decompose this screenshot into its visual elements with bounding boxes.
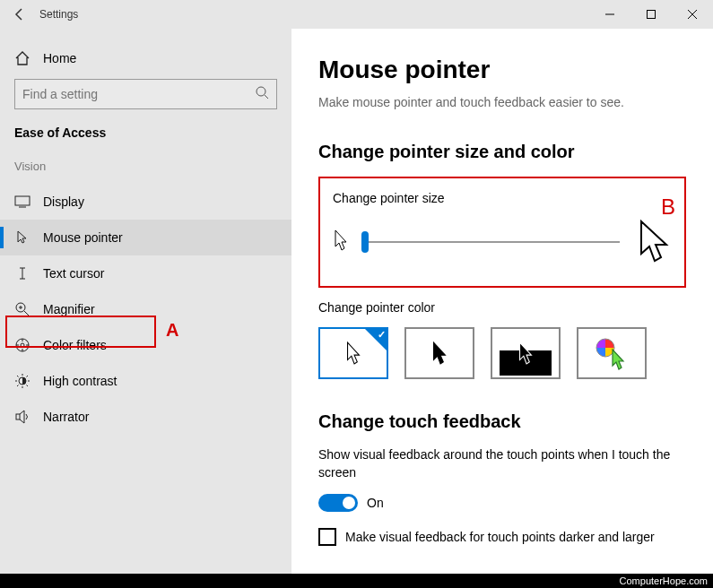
- svg-line-26: [17, 376, 19, 377]
- svg-rect-30: [16, 414, 20, 419]
- mouse-pointer-icon: [14, 229, 30, 246]
- nav-color-filters[interactable]: Color filters: [0, 327, 291, 363]
- nav-label: Display: [43, 195, 84, 209]
- svg-point-16: [21, 343, 24, 347]
- nav-label: Color filters: [43, 338, 107, 352]
- nav-label: Narrator: [43, 410, 89, 424]
- close-button[interactable]: [672, 0, 713, 29]
- svg-rect-6: [15, 196, 30, 205]
- svg-line-28: [17, 385, 19, 387]
- nav-label: Text cursor: [43, 266, 104, 281]
- footer-attribution: ComputerHope.com: [0, 574, 713, 588]
- nav-label: Mouse pointer: [43, 230, 123, 245]
- pointer-color-white[interactable]: [318, 327, 388, 379]
- sidebar: Home Ease of Access Vision Display Mouse…: [0, 29, 291, 574]
- nav-magnifier[interactable]: Magnifier: [0, 291, 291, 327]
- pointer-color-black[interactable]: [404, 327, 474, 379]
- search-icon: [255, 85, 269, 103]
- nav-text-cursor[interactable]: Text cursor: [0, 255, 291, 291]
- nav-mouse-pointer[interactable]: Mouse pointer: [0, 220, 291, 255]
- svg-point-4: [257, 87, 265, 96]
- darker-larger-label: Make visual feedback for touch points da…: [345, 530, 655, 544]
- titlebar-left: Settings: [0, 7, 78, 22]
- home-nav[interactable]: Home: [0, 45, 291, 79]
- titlebar: Settings: [0, 0, 713, 29]
- page-title: Mouse pointer: [318, 56, 686, 84]
- pointer-color-custom[interactable]: [577, 327, 647, 379]
- pointer-size-label: Change pointer size: [333, 191, 672, 205]
- search-box[interactable]: [14, 79, 277, 109]
- toggle-state-label: On: [367, 496, 384, 510]
- window-title: Settings: [39, 8, 78, 21]
- darker-larger-checkbox[interactable]: [318, 528, 336, 546]
- slider-thumb[interactable]: [361, 231, 369, 253]
- nav-display[interactable]: Display: [0, 184, 291, 220]
- svg-rect-1: [648, 11, 656, 19]
- search-input[interactable]: [22, 87, 255, 101]
- color-filters-icon: [14, 337, 30, 353]
- svg-line-12: [24, 311, 29, 316]
- pointer-size-slider-row: [333, 218, 672, 266]
- nav-label: Magnifier: [43, 302, 95, 316]
- section-pointer-size-color: Change pointer size and color: [318, 142, 686, 162]
- settings-window: Settings Home Ease of Access V: [0, 0, 713, 574]
- check-icon: [365, 329, 387, 350]
- group-label: Vision: [0, 160, 291, 184]
- small-cursor-icon: [333, 229, 349, 255]
- minimize-button[interactable]: [589, 0, 630, 29]
- nav-high-contrast[interactable]: High contrast: [0, 363, 291, 399]
- touch-feedback-toggle-row: On: [318, 494, 686, 512]
- section-title: Ease of Access: [0, 125, 291, 160]
- svg-line-5: [265, 95, 268, 99]
- magnifier-icon: [14, 301, 30, 317]
- svg-line-29: [27, 376, 29, 377]
- display-icon: [14, 194, 30, 210]
- nav-label: High contrast: [43, 374, 117, 388]
- maximize-button[interactable]: [630, 0, 672, 29]
- page-subtitle: Make mouse pointer and touch feedback ea…: [318, 95, 686, 109]
- svg-line-27: [27, 385, 29, 387]
- home-icon: [14, 50, 30, 66]
- main-content: Mouse pointer Make mouse pointer and tou…: [291, 29, 713, 574]
- touch-feedback-desc: Show visual feedback around the touch po…: [318, 446, 686, 481]
- text-cursor-icon: [14, 265, 30, 281]
- high-contrast-icon: [14, 373, 30, 389]
- touch-feedback-toggle[interactable]: [318, 494, 358, 512]
- pointer-size-slider[interactable]: [361, 241, 620, 243]
- large-cursor-icon: [636, 218, 672, 266]
- body: Home Ease of Access Vision Display Mouse…: [0, 29, 713, 574]
- darker-larger-row: Make visual feedback for touch points da…: [318, 528, 686, 546]
- home-label: Home: [43, 51, 76, 65]
- annotation-box-b: B Change pointer size: [318, 177, 686, 288]
- back-button[interactable]: [13, 7, 27, 22]
- pointer-color-inverted[interactable]: [491, 327, 561, 379]
- narrator-icon: [14, 409, 30, 425]
- pointer-color-options: [318, 327, 686, 379]
- section-touch-feedback: Change touch feedback: [318, 411, 686, 432]
- window-controls: [589, 0, 713, 29]
- nav-narrator[interactable]: Narrator: [0, 399, 291, 435]
- pointer-color-label: Change pointer color: [318, 300, 686, 315]
